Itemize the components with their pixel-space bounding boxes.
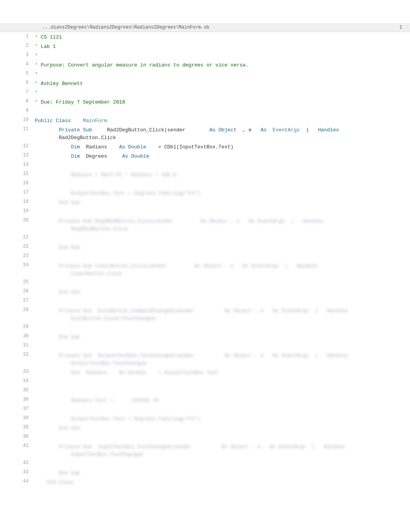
line-32: 32 Private Sub OutputTextBox_TextChanged… <box>0 351 410 368</box>
line-content-8: ' Due: Friday 7 September 2018 <box>35 98 410 107</box>
line-num-27: 27 <box>0 297 35 303</box>
line-content-25 <box>35 279 410 288</box>
line-26: 26 End Sub <box>0 288 410 297</box>
line-num-37: 37 <box>0 405 35 411</box>
line-content-7: ' <box>35 88 410 98</box>
line-8: 8 ' Due: Friday 7 September 2018 <box>0 98 410 107</box>
line-content-33: Dim Radians As Double = OutputTextBox.Te… <box>35 368 410 377</box>
line-content-26: End Sub <box>35 288 410 297</box>
line-content-4: ' Purpose: Convert angular measure in ra… <box>35 61 410 70</box>
line-content-28: Private Sub ExitButton_CommandChanged(se… <box>35 306 410 323</box>
line-content-43: End Sub <box>35 469 410 478</box>
line-content-2: ' Lab 1 <box>35 42 410 51</box>
line-content-9 <box>35 107 410 116</box>
line-num-43: 43 <box>0 469 35 475</box>
line-num-22: 22 <box>0 243 35 249</box>
line-num-20: 20 <box>0 217 35 223</box>
line-num-9: 9 <box>0 107 35 113</box>
line-content-19 <box>35 207 410 217</box>
line-num-28: 28 <box>0 306 35 313</box>
line-num-24: 24 <box>0 262 35 268</box>
line-num-7: 7 <box>0 88 35 95</box>
line-22: 22 End Sub <box>0 243 410 252</box>
line-29: 29 <box>0 323 410 333</box>
line-num-10: 10 <box>0 116 35 122</box>
line-content-41: Private Sub InputTextBox_TextChanged(sen… <box>35 442 410 459</box>
line-num-41: 41 <box>0 442 35 449</box>
line-num-4: 4 <box>0 61 35 67</box>
line-num-29: 29 <box>0 323 35 330</box>
line-num-38: 38 <box>0 415 35 421</box>
line-15: 15 Radians = Math.PI * Radians / 180.0 <box>0 170 410 180</box>
line-25: 25 <box>0 279 410 288</box>
line-35: 35 <box>0 387 410 396</box>
line-31: 31 <box>0 342 410 351</box>
line-content-16 <box>35 180 410 189</box>
line-content-1: ' CS 1121 <box>35 33 410 42</box>
line-content-23 <box>35 252 410 262</box>
line-num-12: 12 <box>0 143 35 149</box>
line-content-12: Dim Radians As Double = CDbl(InputTextBo… <box>35 143 410 152</box>
line-28: 28 Private Sub ExitButton_CommandChanged… <box>0 306 410 323</box>
line-19: 19 <box>0 207 410 217</box>
line-36: 36 Radians.Text = 123456.78 <box>0 396 410 405</box>
line-num-40: 40 <box>0 433 35 439</box>
line-num-35: 35 <box>0 387 35 393</box>
line-3: 3 ' <box>0 51 410 61</box>
line-5: 5 ' <box>0 70 410 79</box>
line-10: 10 Public Class MainForm <box>0 116 410 126</box>
line-num-16: 16 <box>0 180 35 186</box>
line-content-14 <box>35 161 410 170</box>
line-num-19: 19 <box>0 207 35 214</box>
line-11: 11 Private Sub Rad2DegButton_Click(sende… <box>0 126 410 143</box>
line-1: 1 ' CS 1121 <box>0 33 410 42</box>
line-41: 41 Private Sub InputTextBox_TextChanged(… <box>0 442 410 459</box>
file-header: ...dians2Degrees\Radians2Degrees\Radians… <box>0 23 410 32</box>
editor-container: ...dians2Degrees\Radians2Degrees\Radians… <box>0 0 410 532</box>
line-13: 13 Dim Degrees As Double <box>0 152 410 161</box>
line-content-39: End Sub <box>35 424 410 433</box>
page-number: 1 <box>400 25 402 30</box>
line-content-17: OutputTextBox.Text = Degrees.ToString("F… <box>35 189 410 198</box>
line-content-11: Private Sub Rad2DegButton_Click(sender A… <box>35 126 410 143</box>
line-num-30: 30 <box>0 333 35 339</box>
line-content-27 <box>35 297 410 306</box>
line-content-18: End Sub <box>35 198 410 207</box>
line-33: 33 Dim Radians As Double = OutputTextBox… <box>0 368 410 377</box>
line-37: 37 <box>0 405 410 415</box>
line-content-22: End Sub <box>35 243 410 252</box>
line-num-2: 2 <box>0 42 35 48</box>
line-7: 7 ' <box>0 88 410 98</box>
line-27: 27 <box>0 297 410 306</box>
line-content-38: OutputTextBox.Text = Degrees.ToString("F… <box>35 415 410 424</box>
line-34: 34 <box>0 377 410 387</box>
line-content-24: Private Sub ClearButton_Click(sender As … <box>35 262 410 279</box>
line-20: 20 Private Sub Deg2RadButton_Click(sende… <box>0 217 410 234</box>
line-content-29 <box>35 323 410 333</box>
line-num-6: 6 <box>0 79 35 85</box>
line-content-36: Radians.Text = 123456.78 <box>35 396 410 405</box>
line-content-32: Private Sub OutputTextBox_TextChanged(se… <box>35 351 410 368</box>
line-44: 44 End Class <box>0 478 410 487</box>
line-17: 17 OutputTextBox.Text = Degrees.ToString… <box>0 189 410 198</box>
line-42: 42 <box>0 459 410 469</box>
line-num-3: 3 <box>0 51 35 58</box>
line-content-42 <box>35 459 410 469</box>
line-18: 18 End Sub <box>0 198 410 207</box>
line-content-34 <box>35 377 410 387</box>
line-content-30: End Sub <box>35 333 410 342</box>
line-num-13: 13 <box>0 152 35 158</box>
line-num-1: 1 <box>0 33 35 39</box>
code-area: 1 ' CS 1121 2 ' Lab 1 3 ' 4 ' Purpose: C… <box>0 33 410 487</box>
line-num-5: 5 <box>0 70 35 76</box>
line-num-36: 36 <box>0 396 35 402</box>
line-content-40 <box>35 433 410 442</box>
line-43: 43 End Sub <box>0 469 410 478</box>
line-num-18: 18 <box>0 198 35 204</box>
line-num-14: 14 <box>0 161 35 167</box>
line-num-23: 23 <box>0 252 35 258</box>
line-30: 30 End Sub <box>0 333 410 342</box>
line-content-13: Dim Degrees As Double <box>35 152 410 161</box>
file-path: ...dians2Degrees\Radians2Degrees\Radians… <box>42 25 209 30</box>
line-num-26: 26 <box>0 288 35 294</box>
